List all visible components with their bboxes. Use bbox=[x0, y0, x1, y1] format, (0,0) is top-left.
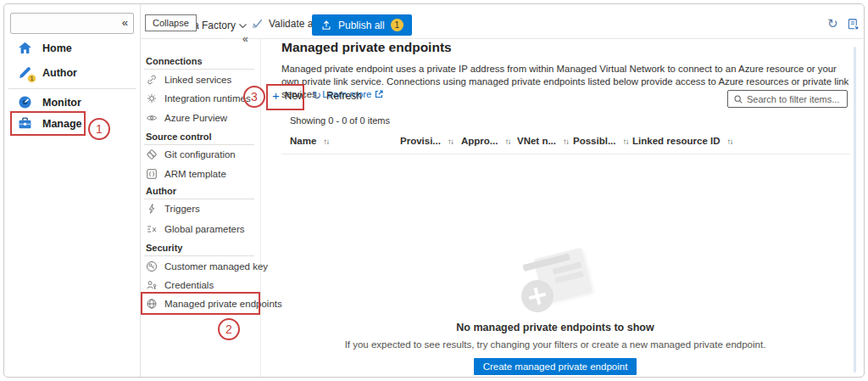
plus-icon: + bbox=[272, 91, 280, 101]
link-icon bbox=[146, 74, 158, 86]
section-divider bbox=[144, 255, 254, 256]
sidebar-item-credentials[interactable]: Credentials bbox=[146, 277, 214, 292]
sidebar-item-linked-services[interactable]: Linked services bbox=[146, 72, 231, 87]
section-divider bbox=[144, 144, 254, 145]
empty-state-hint: If you expected to see results, try chan… bbox=[263, 339, 848, 350]
annotation-step-3: 3 bbox=[243, 86, 265, 108]
collapse-left-icon: « bbox=[122, 16, 128, 29]
app-window: Collapse a Factory Validate all Publish … bbox=[0, 0, 868, 381]
column-header-provisioning[interactable]: Provisi...↑↓ bbox=[400, 136, 461, 146]
sidebar-collapse-icon[interactable]: « bbox=[242, 33, 248, 45]
column-header-vnet[interactable]: VNet n...↑↓ bbox=[517, 136, 573, 146]
search-input[interactable] bbox=[747, 94, 842, 104]
create-managed-private-endpoint-button[interactable]: Create managed private endpoint bbox=[474, 358, 637, 375]
publish-all-button[interactable]: Publish all 1 bbox=[312, 14, 412, 36]
nav-item-author[interactable]: 1 Author bbox=[10, 62, 134, 83]
sidebar-label: Azure Purview bbox=[164, 113, 227, 123]
author-pencil-icon: 1 bbox=[18, 65, 32, 80]
gear-icon bbox=[146, 92, 158, 104]
leftnav-collapse-button[interactable]: « bbox=[10, 13, 134, 34]
new-button[interactable]: + New bbox=[272, 90, 305, 102]
filter-search-box[interactable] bbox=[727, 90, 848, 108]
nav-label-home: Home bbox=[42, 42, 72, 54]
sidebar-item-arm-template[interactable]: ARM template bbox=[146, 166, 226, 181]
column-header-name[interactable]: Name↑↓ bbox=[290, 136, 400, 146]
page-title: Managed private endpoints bbox=[281, 40, 452, 55]
section-divider bbox=[144, 69, 254, 70]
refresh-page-icon[interactable]: ↻ bbox=[827, 16, 838, 31]
parameters-icon bbox=[146, 223, 158, 235]
key-icon bbox=[146, 261, 158, 272]
nav-item-monitor[interactable]: Monitor bbox=[10, 92, 134, 113]
sort-icon[interactable]: ↑↓ bbox=[448, 137, 453, 146]
section-security: Security bbox=[146, 243, 182, 253]
table-header-row: Name↑↓ Provisi...↑↓ Appro...↑↓ VNet n...… bbox=[290, 136, 732, 146]
person-key-icon bbox=[146, 279, 158, 291]
sidebar-item-integration-runtimes[interactable]: Integration runtimes bbox=[146, 91, 251, 105]
empty-state: No managed private endpoints to show If … bbox=[263, 251, 848, 375]
refresh-icon: ↻ bbox=[312, 91, 321, 101]
manage-toolbox-icon bbox=[18, 116, 32, 131]
factory-name[interactable]: a Factory bbox=[193, 20, 236, 31]
refresh-button[interactable]: ↻ Refresh bbox=[312, 90, 362, 102]
globe-icon bbox=[146, 298, 158, 310]
sidebar-label: Integration runtimes bbox=[164, 93, 251, 104]
author-count-badge: 1 bbox=[27, 74, 36, 83]
monitor-gauge-icon bbox=[18, 95, 32, 109]
column-header-linked-resource-id[interactable]: Linked resource ID↑↓ bbox=[632, 136, 732, 146]
sort-icon[interactable]: ↑↓ bbox=[563, 137, 569, 146]
table-header-divider bbox=[281, 154, 849, 154]
sidebar-item-azure-purview[interactable]: Azure Purview bbox=[146, 110, 227, 125]
git-icon bbox=[146, 148, 158, 160]
sidebar-label: Global parameters bbox=[164, 224, 245, 234]
sidebar-label: Git configuration bbox=[164, 149, 236, 160]
sidebar-item-managed-private-endpoints[interactable]: Managed private endpoints bbox=[146, 296, 282, 311]
external-link-icon bbox=[375, 90, 383, 98]
sidebar-item-triggers[interactable]: Triggers bbox=[146, 201, 200, 216]
refresh-button-label: Refresh bbox=[326, 90, 362, 102]
nav-item-manage[interactable]: Manage bbox=[10, 113, 134, 134]
section-connections: Connections bbox=[146, 56, 203, 66]
sidebar-item-git-configuration[interactable]: Git configuration bbox=[146, 147, 236, 161]
sidebar-label: Linked services bbox=[164, 75, 231, 85]
section-author: Author bbox=[146, 186, 176, 196]
sidebar-item-customer-managed-key[interactable]: Customer managed key bbox=[146, 259, 268, 273]
nav-label-manage: Manage bbox=[42, 118, 82, 130]
sidebar-label: Credentials bbox=[164, 280, 214, 290]
search-icon bbox=[733, 94, 743, 104]
sidebar-item-global-parameters[interactable]: Global parameters bbox=[146, 221, 245, 236]
showing-count-text: Showing 0 - 0 of 0 items bbox=[290, 115, 390, 126]
sidebar-label: ARM template bbox=[164, 169, 226, 179]
validate-check-icon bbox=[251, 17, 264, 30]
sort-icon[interactable]: ↑↓ bbox=[323, 137, 329, 146]
new-button-label: New bbox=[285, 90, 305, 102]
empty-state-illustration bbox=[513, 251, 598, 312]
topbar-divider bbox=[141, 38, 863, 39]
chevron-down-icon[interactable] bbox=[238, 22, 248, 30]
nav-label-author: Author bbox=[42, 67, 77, 79]
column-header-approval[interactable]: Appro...↑↓ bbox=[461, 136, 517, 146]
validate-all-label: Validate all bbox=[269, 18, 318, 30]
sort-icon[interactable]: ↑↓ bbox=[727, 137, 733, 146]
sort-icon[interactable]: ↑↓ bbox=[623, 137, 629, 146]
publish-all-label: Publish all bbox=[338, 20, 385, 31]
home-icon bbox=[18, 41, 32, 55]
lightning-icon bbox=[146, 203, 158, 215]
sort-icon[interactable]: ↑↓ bbox=[504, 137, 510, 146]
sidebar-label: Triggers bbox=[164, 204, 200, 214]
nav-label-monitor: Monitor bbox=[42, 97, 81, 109]
leftnav-divider bbox=[140, 4, 141, 377]
validate-all-button[interactable]: Validate all bbox=[251, 17, 318, 30]
column-header-possible[interactable]: Possibl...↑↓ bbox=[573, 136, 632, 146]
annotation-step-2: 2 bbox=[218, 318, 240, 340]
notebook-icon[interactable] bbox=[847, 18, 860, 31]
publish-upload-icon bbox=[320, 20, 332, 31]
annotation-step-1: 1 bbox=[88, 118, 110, 140]
sidebar-label: Customer managed key bbox=[164, 261, 268, 272]
empty-state-title: No managed private endpoints to show bbox=[263, 322, 848, 333]
braces-icon bbox=[146, 168, 158, 180]
nav-item-home[interactable]: Home bbox=[10, 37, 134, 59]
nav-divider bbox=[8, 88, 136, 89]
eye-icon bbox=[146, 112, 158, 124]
section-source-control: Source control bbox=[146, 132, 212, 142]
